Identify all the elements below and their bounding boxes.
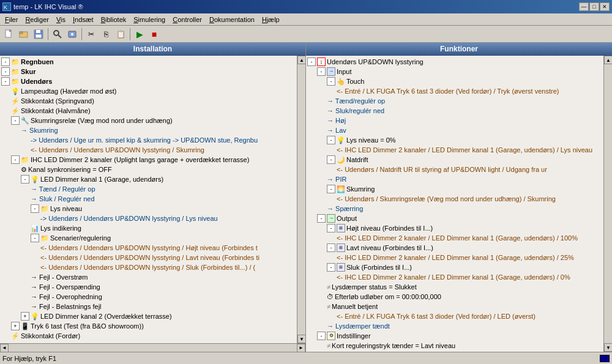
expander-lys-niveau[interactable]: - [31, 204, 39, 213]
menu-dokumentation[interactable]: Dokumentation [206, 15, 258, 24]
window-controls[interactable]: — □ ✕ [579, 2, 610, 11]
tree-item-skur: - 📁 Skur [0, 67, 297, 76]
svg-rect-8 [36, 30, 40, 33]
expander-natdrift[interactable]: - [327, 155, 335, 164]
funktioner-tree-container[interactable]: - ↕ Udendørs UP&DOWN lysstyring - → [306, 56, 603, 352]
tree-item-input: - → Input [306, 67, 603, 76]
paste-button[interactable]: 📋 [114, 28, 127, 41]
expander-sluk-niv[interactable]: - [327, 263, 335, 272]
tree-item-lav: → Lav [306, 125, 603, 135]
expander-hojt[interactable]: - [327, 224, 335, 232]
play-button[interactable]: ▶ [133, 28, 146, 41]
expander-output[interactable]: - [317, 214, 326, 223]
tree-item-stik-springvand: ⚡ Stikkontakt (Springvand) [0, 96, 297, 106]
expander-led-k2[interactable]: + [21, 312, 29, 321]
scroll-right-left[interactable]: ► [297, 344, 305, 352]
copy-button[interactable]: ⎘ [99, 28, 113, 41]
tree-item-lavt-niv: - ⊞ Lavt niveau (Forbindes til I...) [306, 243, 603, 253]
expander-skur[interactable]: - [1, 67, 10, 76]
tree-item-lavt-link: <- IHC LED Dimmer 2 kanaler / LED Dimmer… [306, 253, 603, 262]
tree-item-fejl-overstrom: → Fejl - Overstrøm [0, 272, 297, 282]
tree-item-lysdamp-status: ≠ Lysdæmper status = Slukket [306, 282, 603, 292]
tree-item-taend: → Tænd / Regulér op [0, 184, 297, 194]
tree-item-updown: - ↕ Udendørs UP&DOWN lysstyring [306, 57, 603, 67]
svg-rect-6 [20, 32, 23, 34]
scroll-left-left[interactable]: ◄ [0, 344, 9, 352]
tree-item-fejl-overspand: → Fejl - Overspænding [0, 282, 297, 292]
menu-bar: Filer Rediger Vis Indsæt Bibliotek Simul… [0, 13, 612, 26]
expander-udendors[interactable]: - [1, 77, 10, 86]
menu-rediger[interactable]: Rediger [21, 15, 53, 24]
expander-scenarier[interactable]: - [31, 234, 39, 242]
menu-controller[interactable]: Controller [169, 15, 206, 24]
lavt-icon: ⊞ [337, 243, 345, 252]
menu-vis[interactable]: Vis [53, 15, 69, 24]
find-button[interactable] [51, 28, 64, 41]
left-hscrollbar[interactable]: ◄ ► [0, 343, 305, 352]
tree-item-lys-niv-0: - 💡 Lys niveau = 0% [306, 135, 603, 145]
tree-item-scen-link3: <- Udendørs / Udendørs UP&DOWN lysstyrin… [0, 262, 297, 272]
tree-item-spaerring: → Spærring [306, 204, 603, 214]
expander-updown[interactable]: - [307, 58, 316, 66]
tree-item-lampeudtag: 💡 Lampeudtag (Havedør mod øst) [0, 86, 297, 96]
tree-item-lys-niveau: - 📁 Lys niveau [0, 204, 297, 214]
window-title: temp - LK IHC Visual ® [13, 3, 83, 10]
toolbar-separator-1 [48, 28, 48, 40]
left-scrollbar[interactable]: ▲ ▼ [297, 56, 305, 343]
tree-item-skumringsrelae: - 🔧 Skumringsrelæ (Væg mod nord under ud… [0, 116, 297, 125]
tree-item-output: - → Output [306, 214, 603, 223]
save-button[interactable] [32, 28, 45, 41]
controller-button[interactable] [65, 28, 79, 41]
stop-button[interactable]: ■ [147, 28, 161, 41]
scroll-up-right[interactable]: ▲ [604, 56, 612, 64]
status-indicator [600, 355, 610, 362]
expander-lavt[interactable]: - [327, 243, 335, 252]
new-button[interactable] [2, 28, 16, 41]
tree-item-lys-niv-link: <- IHC LED Dimmer 2 kanaler / LED Dimmer… [306, 145, 603, 155]
expander-skumring-right[interactable]: - [327, 185, 335, 193]
expander-tryk6[interactable]: + [11, 322, 20, 330]
tree-item-sluk-niv: - ⊞ Sluk (Forbindes til I...) [306, 262, 603, 272]
right-scrollbar[interactable]: ▲ ▼ [603, 56, 612, 352]
tree-item-lys-niveau-link: -> Udendørs / Udendørs UP&DOWN lysstyrin… [0, 214, 297, 223]
tree-item-udendors: - 📁 Udendørs [0, 76, 297, 86]
expander-lys-niv-0[interactable]: - [327, 136, 335, 144]
tree-item-kanal-sync: ⚙ Kanal synkronisering = OFF [0, 165, 297, 174]
tree-item-regnbuen: - 📁 Regnbuen [0, 57, 297, 67]
menu-filer[interactable]: Filer [1, 15, 21, 24]
cut-button[interactable]: ✂ [84, 28, 98, 41]
menu-indsaet[interactable]: Indsæt [69, 15, 97, 24]
expander-touch[interactable]: - [327, 77, 335, 86]
tree-item-efterlob: ⏱ Efterløb udløber om = 00:00:00,000 [306, 292, 603, 302]
tree-item-taend-right: → Tænd/regulér op [306, 96, 603, 106]
close-button[interactable]: ✕ [600, 2, 610, 11]
installation-tree-container[interactable]: - 📁 Regnbuen - 📁 Skur [0, 56, 297, 343]
scroll-down-right[interactable]: ▼ [604, 343, 612, 352]
menu-hjaelp[interactable]: Hjælp [258, 15, 283, 24]
main-content: Installation - 📁 Regnbuen [0, 43, 612, 352]
hash-icon3: ≠ [327, 341, 330, 351]
expander-skumringsrelae[interactable]: - [11, 116, 20, 125]
menu-simulering[interactable]: Simulering [130, 15, 169, 24]
funktioner-header: Funktioner [306, 43, 612, 56]
expander-ihc[interactable]: - [11, 155, 20, 164]
expander-input[interactable]: - [317, 67, 326, 76]
tree-item-hojt-niv: - ⊞ Højt niveau (Forbindes til I...) [306, 223, 603, 233]
tree-item-skumring-link2: <- Udendørs / Udendørs UP&DOWN lysstyrin… [0, 145, 297, 155]
tree-item-lysdamp-taendt: → Lysdæmper tændt [306, 321, 603, 331]
tree-item-touch: - 👆 Touch [306, 76, 603, 86]
open-button[interactable] [17, 28, 31, 41]
scroll-up-left[interactable]: ▲ [297, 56, 305, 64]
scroll-down-left[interactable]: ▼ [297, 335, 305, 343]
minimize-button[interactable]: — [579, 2, 589, 11]
tree-item-manuelt: ≠ Manuelt betjent [306, 302, 603, 311]
expander-regnbuen[interactable]: - [1, 58, 10, 66]
tree-item-skumring-link1: -> Udendørs / Uge ur m. simpel kip & sku… [0, 135, 297, 145]
expander-led-k1[interactable]: - [21, 175, 29, 184]
maximize-button[interactable]: □ [589, 2, 599, 11]
menu-bibliotek[interactable]: Bibliotek [97, 15, 130, 24]
updown-icon: ↕ [317, 58, 326, 66]
sluk-niv-icon: ⊞ [337, 263, 345, 272]
expander-indstillinger[interactable]: - [317, 332, 326, 340]
tree-item-lys-ind: 📊 Lys indikering [0, 223, 297, 233]
